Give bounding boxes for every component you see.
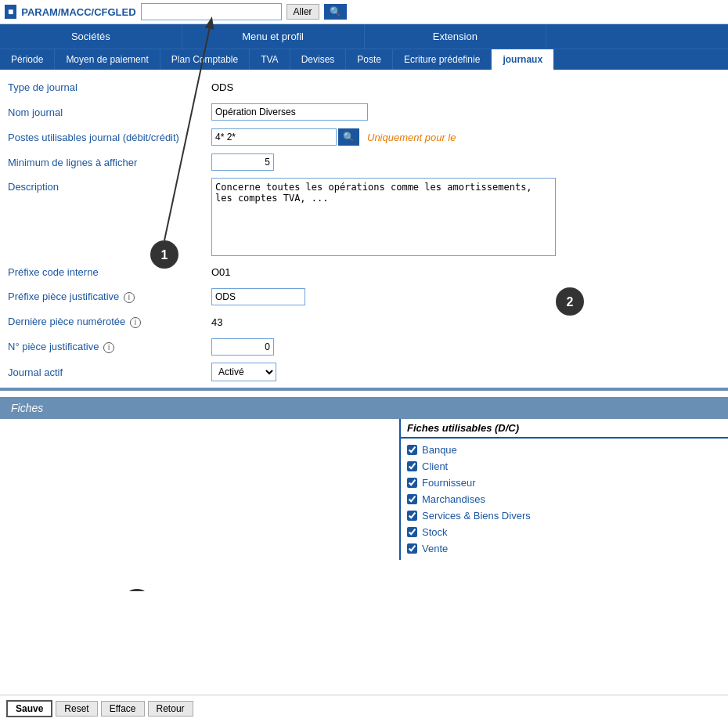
fiches-right-panel: Fiches utilisables (D/C) Banque Client (399, 419, 728, 560)
tab-tva[interactable]: TVA (250, 49, 290, 70)
tab-plan-comptable[interactable]: Plan Comptable (160, 49, 250, 70)
sub-nav: Période Moyen de paiement Plan Comptable… (0, 49, 728, 70)
type-journal-row: Type de journal ODS (8, 78, 720, 96)
tab-periode[interactable]: Période (0, 49, 55, 70)
fournisseur-label: Fournisseur (422, 477, 476, 489)
vente-label: Vente (422, 543, 448, 554)
journal-actif-row: Journal actif Activé Désactivé (8, 363, 720, 381)
marchandises-label: Marchandises (422, 493, 485, 505)
list-item: Stock (407, 524, 722, 540)
prefixe-piece-input[interactable] (211, 288, 305, 305)
nom-journal-row: Nom journal (8, 103, 720, 121)
description-textarea[interactable]: Concerne toutes les opérations comme les… (211, 178, 556, 256)
fiches-list: Banque Client Fournisseur Marchandi (401, 439, 728, 560)
prefixe-interne-row: Préfixe code interne O01 (8, 262, 720, 281)
section-separator (0, 388, 728, 391)
tab-journaux[interactable]: journaux (492, 49, 553, 70)
nav-tab-menu-profil[interactable]: Menu et profil (182, 24, 365, 49)
nom-journal-input[interactable] (211, 103, 368, 121)
minimum-row: Minimum de lignes à afficher (8, 153, 720, 171)
tab-poste[interactable]: Poste (346, 49, 393, 70)
stock-checkbox[interactable] (407, 527, 417, 537)
tab-devises[interactable]: Devises (290, 49, 347, 70)
description-label: Description (8, 178, 211, 193)
prefixe-piece-row: Préfixe pièce justificative i (8, 287, 720, 306)
nav-tab-extension[interactable]: Extension (365, 24, 547, 49)
prefixe-piece-label: Préfixe pièce justificative i (8, 291, 211, 303)
journal-actif-select[interactable]: Activé Désactivé (211, 363, 276, 381)
postes-label: Postes utilisables journal (débit/crédit… (8, 132, 211, 143)
n-piece-info-icon[interactable]: i (103, 342, 114, 353)
list-item: Banque (407, 442, 722, 458)
type-journal-label: Type de journal (8, 81, 211, 93)
type-journal-value: ODS (211, 81, 233, 93)
services-checkbox[interactable] (407, 511, 417, 521)
search-button[interactable]: 🔍 (324, 4, 347, 20)
postes-input[interactable] (211, 128, 337, 146)
fiches-section: Fiches Fiches utilisables (D/C) Banque (0, 397, 728, 560)
services-label: Services & Biens Divers (422, 510, 531, 522)
nav-tab-extra[interactable] (546, 24, 728, 49)
fiches-content: Fiches utilisables (D/C) Banque Client (0, 419, 728, 560)
prefixe-interne-label: Préfixe code interne (8, 266, 211, 278)
postes-input-group: 🔍 (211, 128, 359, 146)
main-nav: Sociétés Menu et profil Extension (0, 24, 728, 49)
tab-ecriture[interactable]: Ecriture prédefinie (393, 49, 492, 70)
postes-search-button[interactable]: 🔍 (338, 128, 359, 146)
derniere-piece-value: 43 (211, 316, 222, 328)
nav-tab-societes[interactable]: Sociétés (0, 24, 182, 49)
list-item: Client (407, 458, 722, 475)
postes-note: Uniquement pour le (367, 132, 456, 143)
fiches-utilisables-header: Fiches utilisables (D/C) (401, 419, 728, 439)
n-piece-label: N° pièce justificative i (8, 341, 211, 353)
list-item: Services & Biens Divers (407, 507, 722, 524)
derniere-piece-row: Dernière pièce numérotée i 43 (8, 312, 720, 331)
prefixe-piece-info-icon[interactable]: i (124, 292, 135, 303)
top-bar: ■ PARAM/MACC/CFGLED Aller 🔍 (0, 0, 728, 24)
banque-checkbox[interactable] (407, 445, 417, 455)
marchandises-checkbox[interactable] (407, 494, 417, 504)
minimum-input[interactable] (211, 153, 274, 171)
derniere-piece-info-icon[interactable]: i (130, 317, 141, 328)
form-section: Type de journal ODS Nom journal Postes u… (0, 70, 728, 381)
stock-label: Stock (422, 526, 448, 538)
list-item: Fournisseur (407, 475, 722, 491)
minimum-label: Minimum de lignes à afficher (8, 157, 211, 168)
n-piece-input[interactable] (211, 338, 274, 356)
breadcrumb: PARAM/MACC/CFGLED (21, 6, 135, 18)
fournisseur-checkbox[interactable] (407, 478, 417, 488)
derniere-piece-label: Dernière pièce numérotée i (8, 316, 211, 328)
prefixe-interne-value: O01 (211, 266, 231, 278)
list-item: Marchandises (407, 491, 722, 507)
description-row: Description Concerne toutes les opératio… (8, 178, 720, 256)
n-piece-row: N° pièce justificative i (8, 338, 720, 356)
tab-moyen-paiement[interactable]: Moyen de paiement (55, 49, 160, 70)
banque-label: Banque (422, 444, 457, 456)
fiches-left-panel (0, 419, 399, 560)
aller-button[interactable]: Aller (287, 4, 319, 20)
postes-row: Postes utilisables journal (débit/crédit… (8, 128, 720, 146)
vente-checkbox[interactable] (407, 543, 417, 554)
client-label: Client (422, 460, 448, 472)
fiches-header: Fiches (0, 397, 728, 419)
nom-journal-label: Nom journal (8, 106, 211, 118)
app-icon: ■ (5, 5, 16, 19)
path-input[interactable] (141, 3, 282, 20)
list-item: Vente (407, 540, 722, 557)
client-checkbox[interactable] (407, 461, 417, 471)
journal-actif-label: Journal actif (8, 366, 211, 378)
